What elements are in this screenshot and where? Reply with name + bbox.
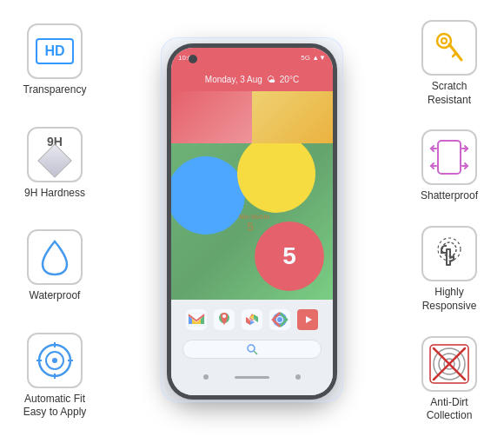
phone-display-area: 10:00 5G ▲▼ Monday, 3 Aug 🌤 20°C (103, 9, 401, 434)
auto-fit-label: Automatic FitEasy to Apply (23, 393, 87, 420)
feature-transparency: HD Transparency (23, 23, 87, 97)
fit-icon (33, 339, 76, 382)
diamond-icon (37, 143, 72, 178)
feature-shatterproof: Shatterproof (421, 129, 478, 203)
antidirt-icon-box (421, 336, 477, 392)
svg-rect-22 (438, 141, 461, 174)
9h-icon-box: 9H (27, 127, 83, 182)
scratch-label: ScratchResistant (428, 80, 471, 107)
feature-antidirt: Anti-DirtCollection (421, 336, 477, 423)
water-drop-icon (39, 238, 70, 276)
scratch-icon-box (421, 20, 477, 76)
9h-icon: 9H (36, 136, 74, 174)
phone-wrapper: 10:00 5G ▲▼ Monday, 3 Aug 🌤 20°C (148, 22, 356, 421)
feature-waterproof: Waterproof (27, 229, 83, 303)
left-features-column: HD Transparency 9H 9H Hardness Waterproo… (7, 9, 103, 434)
antidirt-icon (426, 341, 473, 387)
shatterproof-icon-box (421, 129, 477, 185)
responsive-label: HighlyResponsive (422, 286, 477, 313)
svg-point-19 (441, 38, 447, 43)
main-container: HD Transparency 9H 9H Hardness Waterproo… (0, 0, 504, 443)
right-features-column: ScratchResistant Shatterp (401, 9, 497, 434)
svg-line-21 (453, 53, 456, 56)
transparency-icon-box: HD (27, 23, 83, 79)
svg-line-20 (449, 44, 461, 60)
feature-9h-hardness: 9H 9H Hardness (24, 127, 85, 201)
antidirt-label: Anti-DirtCollection (427, 396, 473, 423)
auto-fit-icon-box (27, 333, 83, 388)
responsive-icon-box (421, 226, 477, 281)
touch-icon (428, 232, 471, 275)
9h-label: 9H Hardness (24, 187, 85, 201)
feature-auto-fit: Automatic FitEasy to Apply (23, 333, 87, 420)
glass-protector (161, 37, 343, 402)
feature-scratch: ScratchResistant (421, 20, 477, 107)
svg-point-2 (52, 358, 57, 363)
key-scratch-icon (430, 29, 468, 67)
feature-responsive: HighlyResponsive (421, 226, 477, 313)
waterproof-icon-box (27, 229, 83, 285)
shatterproof-label: Shatterproof (421, 189, 478, 203)
waterproof-label: Waterproof (30, 289, 81, 303)
hd-icon: HD (36, 38, 74, 64)
transparency-label: Transparency (23, 83, 87, 97)
shatterproof-icon (428, 136, 471, 179)
